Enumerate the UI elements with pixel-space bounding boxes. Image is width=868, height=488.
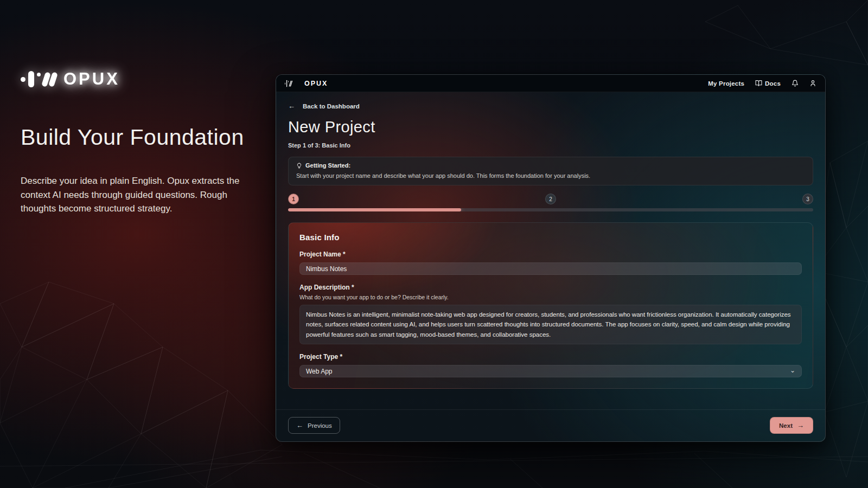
form-heading: Basic Info	[299, 233, 802, 242]
notifications-button[interactable]	[792, 80, 799, 87]
tip-title: Getting Started:	[305, 162, 350, 169]
project-name-input[interactable]: Nimbus Notes	[299, 262, 802, 275]
back-link-label: Back to Dashboard	[303, 103, 360, 110]
nav-my-projects[interactable]: My Projects	[708, 80, 744, 87]
opux-logo-icon	[21, 71, 56, 87]
project-type-value: Web App	[306, 368, 332, 375]
bell-icon	[792, 80, 799, 87]
next-button[interactable]: Next →	[770, 417, 813, 434]
wizard-footer: ← Previous Next →	[276, 409, 825, 441]
account-button[interactable]	[809, 80, 816, 87]
app-topbar: OPUX My Projects Docs	[276, 75, 825, 92]
step-progress: 1 2 3	[288, 194, 813, 204]
nav-docs[interactable]: Docs	[755, 80, 781, 87]
page-title: New Project	[288, 118, 813, 136]
basic-info-card: Basic Info Project Name * Nimbus Notes A…	[288, 222, 813, 389]
app-description-textarea[interactable]: Nimbus Notes is an intelligent, minimali…	[299, 305, 802, 344]
project-type-label: Project Type *	[299, 353, 802, 361]
arrow-left-icon: ←	[296, 421, 303, 429]
nav-docs-label: Docs	[765, 80, 781, 87]
opux-logo: OPUX	[21, 69, 266, 89]
page-background: OPUX Build Your Foundation Describe your…	[0, 0, 868, 488]
step-indicator-text: Step 1 of 3: Basic Info	[288, 142, 813, 149]
step-circle-3: 3	[802, 194, 813, 204]
hero-title: Build Your Foundation	[21, 125, 266, 150]
topbar-nav: My Projects Docs	[708, 80, 816, 87]
app-logo-text: OPUX	[304, 80, 328, 87]
app-description-helper: What do you want your app to do or be? D…	[299, 294, 802, 300]
app-logo-icon	[285, 80, 292, 87]
app-window: OPUX My Projects Docs	[276, 74, 826, 442]
step-circle-2: 2	[545, 194, 556, 204]
arrow-left-icon: ←	[288, 102, 295, 110]
progress-bar-fill	[288, 208, 461, 211]
book-icon	[755, 80, 762, 87]
nav-my-projects-label: My Projects	[708, 80, 744, 87]
arrow-right-icon: →	[797, 421, 804, 429]
hero-panel: OPUX Build Your Foundation Describe your…	[21, 69, 266, 216]
app-logo[interactable]: OPUX	[285, 75, 328, 92]
tip-body: Start with your project name and describ…	[296, 172, 805, 179]
back-to-dashboard-link[interactable]: ← Back to Dashboard	[288, 102, 360, 110]
previous-button[interactable]: ← Previous	[288, 417, 340, 434]
hero-description: Describe your idea in plain English. Opu…	[21, 174, 259, 216]
person-icon	[809, 80, 816, 87]
hero-logo-text: OPUX	[63, 69, 120, 89]
progress-bar-track	[288, 208, 813, 211]
next-button-label: Next	[779, 422, 793, 429]
previous-button-label: Previous	[308, 422, 332, 429]
lightbulb-icon	[296, 163, 302, 169]
step-circle-1: 1	[288, 194, 299, 204]
app-description-label: App Description *	[299, 284, 802, 291]
getting-started-callout: Getting Started: Start with your project…	[288, 157, 813, 185]
project-name-label: Project Name *	[299, 251, 802, 258]
app-content: ← Back to Dashboard New Project Step 1 o…	[276, 92, 825, 409]
project-type-select[interactable]: Web App ⌄	[299, 365, 802, 377]
